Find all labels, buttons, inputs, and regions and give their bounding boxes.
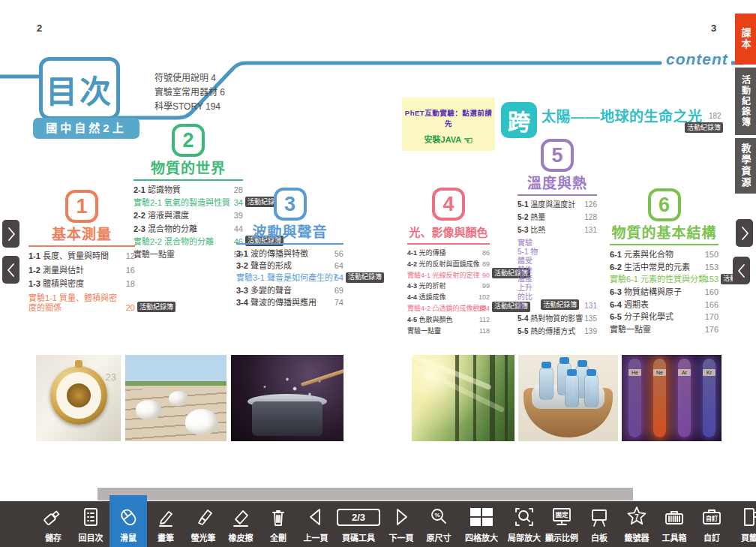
- toc-item[interactable]: 5-4 熱對物質的影響135: [518, 314, 597, 323]
- back-to-toc-button[interactable]: 回目次: [72, 501, 110, 547]
- toc-item-page: 126: [584, 200, 597, 209]
- toc-item[interactable]: 實驗4-2 凸透鏡的成像觀察104活動紀錄簿: [407, 305, 490, 313]
- mouse-tool-button[interactable]: 滑鼠: [110, 495, 147, 547]
- toc-item[interactable]: 實驗一點靈50: [134, 250, 243, 260]
- page-number-tool[interactable]: 2/3 頁碼工具: [334, 501, 382, 547]
- toolbar-label: 下一頁: [389, 531, 414, 543]
- toc-item[interactable]: 2-3 混合物的分離44: [134, 224, 243, 234]
- chapter-item-list: 6-1 元素與化合物1506-2 生活中常見的元素153實驗6-1 元素的性質與…: [610, 250, 718, 335]
- toc-item[interactable]: 實驗一點靈176: [610, 325, 718, 335]
- toc-item-label: 5-4 熱對物質的影響: [518, 314, 581, 323]
- toc-item-page: 153: [705, 263, 718, 272]
- toc-item-page: 153: [705, 275, 718, 284]
- custom-button[interactable]: 自訂 自訂: [693, 501, 730, 547]
- toc-item-label: 1-2 測量與估計: [28, 266, 123, 275]
- photo-gas-discharge-tubes: He Ne Ar Kr: [622, 355, 722, 441]
- horizontal-scrollbar[interactable]: [98, 488, 633, 500]
- original-size-button[interactable]: % 四格放大 原尺寸: [420, 501, 458, 547]
- watch-crown: [75, 360, 82, 368]
- toolbox-button[interactable]: 工具箱: [656, 501, 693, 547]
- toolbar-label: 滑鼠: [120, 531, 136, 543]
- toc-item[interactable]: 3-4 聲波的傳播與應用74: [236, 298, 344, 308]
- toc-item[interactable]: 2-1 認識物質28: [134, 185, 243, 195]
- whiteboard-button[interactable]: 白板: [580, 501, 618, 547]
- page-indicator[interactable]: 2/3: [337, 509, 380, 526]
- toc-item[interactable]: 實驗2-2 混合物的分離46活動紀錄簿: [134, 237, 243, 247]
- toc-item[interactable]: 實驗一點靈118: [407, 327, 490, 335]
- toc-item[interactable]: 2-2 溶液與濃度39: [134, 211, 243, 221]
- svg-text:固定: 固定: [555, 511, 568, 518]
- pen-tool-button[interactable]: 畫筆: [147, 501, 184, 547]
- chapter-number-badge: 1: [65, 190, 98, 223]
- delete-all-button[interactable]: 全刪: [260, 501, 297, 547]
- save-button[interactable]: 儲存: [34, 501, 72, 547]
- nav-back-right-button[interactable]: [733, 257, 750, 284]
- toc-item[interactable]: 6-5 分子與化學式170: [610, 312, 718, 322]
- nav-forward-left-button[interactable]: [2, 220, 20, 248]
- tab-teaching-resources[interactable]: 教學資源: [735, 138, 756, 194]
- toc-item-label: 實驗2-2 混合物的分離: [134, 237, 231, 247]
- tree-trunk: [490, 355, 495, 441]
- toc-item[interactable]: 實驗5-1 物體受熱後溫度上升的比較活動紀錄簿131: [518, 239, 597, 311]
- toc-item[interactable]: 1-2 測量與估計16: [28, 266, 135, 275]
- activity-notebook-badge[interactable]: 活動紀錄簿: [346, 272, 384, 283]
- toc-item[interactable]: 4-1 光的傳播86: [407, 249, 490, 257]
- chapter-title: 溫度與熱: [518, 175, 597, 193]
- previous-page-button[interactable]: 上一頁: [297, 501, 334, 547]
- toc-item[interactable]: 實驗3-1 聲音是如何產生的？64活動紀錄簿: [236, 273, 344, 283]
- watch-core: [67, 383, 91, 407]
- toc-item[interactable]: 6-4 週期表166: [610, 300, 718, 310]
- toc-item[interactable]: 3-3 多變的聲音69: [236, 286, 344, 296]
- display-scale-button[interactable]: 固定 顯示比例: [543, 501, 580, 547]
- calendar-number: 23: [106, 371, 116, 383]
- toc-item[interactable]: 實驗2-1 氧氣的製造與性質34活動紀錄簿: [134, 198, 243, 208]
- sidebar-tabs: 課本 活動紀錄簿 教學資源: [735, 14, 756, 197]
- highlighter-tool-button[interactable]: 螢光筆: [184, 501, 222, 547]
- toc-item[interactable]: 實驗6-1 元素的性質與分類153活動紀: [610, 275, 718, 284]
- toc-item[interactable]: 5-3 比熱131: [518, 226, 597, 235]
- eraser-tool-button[interactable]: 橡皮擦: [222, 501, 260, 547]
- ebook-reader: 2 3 content 目次 國中自然2上 符號使用說明 4 實驗室常用器材 6…: [0, 0, 756, 547]
- quad-zoom-button[interactable]: 四格放大: [458, 501, 506, 547]
- toc-item[interactable]: 實驗1-1 質量、體積與密度的關係20活動紀錄簿: [28, 293, 135, 313]
- left-page-number: 2: [37, 23, 42, 34]
- gas-label: Ar: [678, 369, 691, 376]
- toc-item[interactable]: 6-2 生活中常見的元素153: [610, 263, 718, 272]
- toc-item[interactable]: 4-2 光的反射與面鏡成像89: [407, 260, 490, 269]
- page-tab-button[interactable]: 頁籤: [730, 501, 756, 547]
- activity-notebook-badge[interactable]: 活動紀錄簿: [137, 302, 176, 312]
- toc-item-page: 89: [482, 260, 490, 269]
- next-page-button[interactable]: 下一頁: [382, 501, 420, 547]
- toc-item[interactable]: 3-2 聲音的形成64: [236, 261, 344, 271]
- cross-unit-title[interactable]: 太陽——地球的生命之光: [542, 105, 703, 125]
- tab-textbook[interactable]: 課本: [735, 14, 756, 65]
- toc-item-label: 4-1 光的傳播: [407, 249, 479, 257]
- toc-item[interactable]: 5-5 熱的傳播方式139: [518, 327, 597, 336]
- toc-item[interactable]: 4-5 色散與顏色112: [407, 316, 490, 324]
- toc-item-label: 5-5 熱的傳播方式: [518, 327, 581, 336]
- toc-item[interactable]: 1-1 長度、質量與時間12: [28, 251, 135, 261]
- toc-item[interactable]: 6-1 元素與化合物150: [610, 250, 718, 260]
- activity-notebook-badge[interactable]: 活動紀錄簿: [541, 299, 579, 310]
- toc-item-label: 6-5 分子與化學式: [610, 312, 702, 322]
- toc-item[interactable]: 4-3 光的折射99: [407, 282, 490, 290]
- tab-activity-notebook[interactable]: 活動紀錄簿: [735, 68, 756, 135]
- chapter-underline: [518, 194, 597, 196]
- highlighter-icon: [192, 505, 214, 529]
- toc-item-label: 4-2 光的反射與面鏡成像: [407, 260, 479, 269]
- nav-forward-right-button[interactable]: [736, 219, 753, 247]
- activity-notebook-badge[interactable]: 活動紀錄簿: [685, 122, 723, 133]
- toc-item[interactable]: 4-4 透鏡成像102: [407, 293, 490, 302]
- toc-item[interactable]: 5-1 溫度與溫度計126: [518, 200, 597, 209]
- region-zoom-button[interactable]: 局部放大: [506, 501, 543, 547]
- nav-back-left-button[interactable]: [2, 256, 20, 284]
- toc-item[interactable]: 實驗4-1 光線反射的定律90活動紀錄簿: [407, 272, 490, 280]
- toc-item[interactable]: 5-2 熱量128: [518, 213, 597, 222]
- toc-item[interactable]: 1-3 體積與密度18: [28, 279, 135, 289]
- bottle: [584, 374, 598, 407]
- number-picker-button[interactable]: 7 籤號器: [618, 501, 656, 547]
- toc-item[interactable]: 3-1 波的傳播與特徵56: [236, 249, 344, 259]
- toc-item-label: 實驗一點靈: [134, 250, 231, 260]
- toc-item-label: 4-5 色散與顏色: [407, 316, 476, 324]
- toc-item[interactable]: 6-3 物質結構與原子160: [610, 287, 718, 297]
